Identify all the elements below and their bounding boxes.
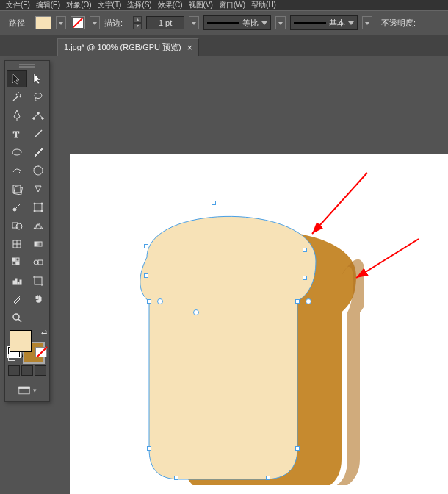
- width-tool[interactable]: [7, 198, 27, 216]
- zoom-tool[interactable]: [7, 309, 27, 326]
- anchor-point[interactable]: [144, 273, 148, 278]
- svg-point-15: [34, 210, 35, 212]
- hand-tool[interactable]: [28, 290, 48, 308]
- stroke-weight-value[interactable]: 1 pt: [146, 16, 184, 29]
- screen-mode-button[interactable]: ▾: [7, 382, 48, 398]
- svg-rect-12: [35, 204, 42, 211]
- anchor-point[interactable]: [303, 248, 307, 252]
- curvature-tool[interactable]: [28, 107, 48, 124]
- lasso-tool[interactable]: [28, 88, 48, 106]
- anchor-point[interactable]: [174, 476, 178, 480]
- anchor-point[interactable]: [266, 476, 270, 480]
- stroke-swatch-dropdown[interactable]: [90, 16, 100, 29]
- draw-inside[interactable]: [35, 365, 46, 376]
- column-graph-tool[interactable]: [7, 272, 27, 290]
- direct-selection-tool[interactable]: [28, 70, 48, 87]
- menu-item[interactable]: 效果(C): [158, 0, 183, 10]
- menu-item[interactable]: 对象(O): [66, 0, 91, 10]
- mesh-tool[interactable]: [7, 235, 27, 253]
- artwork-bread[interactable]: [114, 191, 364, 485]
- fill-swatch[interactable]: [35, 16, 51, 29]
- perspective-grid-tool[interactable]: [28, 217, 48, 235]
- swap-fill-stroke-icon[interactable]: ⇄: [41, 329, 47, 337]
- default-fill-stroke-icon[interactable]: [8, 354, 15, 361]
- fill-color-swatch[interactable]: [10, 330, 32, 352]
- line-tool[interactable]: [28, 125, 48, 143]
- stroke-label: 描边:: [104, 18, 123, 29]
- svg-point-5: [37, 112, 40, 115]
- svg-rect-31: [18, 282, 19, 284]
- menu-item[interactable]: 选择(S): [127, 0, 151, 10]
- path-pivot[interactable]: [306, 298, 311, 304]
- free-transform-tool[interactable]: [28, 198, 48, 216]
- blend-tool[interactable]: [28, 254, 48, 271]
- panel-grip[interactable]: [5, 61, 49, 68]
- magic-wand-tool[interactable]: [7, 88, 27, 106]
- brush-dropdown[interactable]: [362, 16, 372, 29]
- artboard[interactable]: [70, 154, 448, 494]
- anchor-point[interactable]: [295, 446, 300, 451]
- variable-width-profile[interactable]: 等比: [203, 15, 271, 30]
- svg-point-8: [12, 149, 21, 155]
- anchor-point[interactable]: [212, 201, 216, 205]
- svg-point-13: [34, 203, 35, 204]
- bread-front-shape[interactable]: [140, 216, 316, 479]
- rectangle-tool[interactable]: [7, 143, 27, 161]
- stroke-weight-dropdown[interactable]: [189, 16, 199, 29]
- menu-item[interactable]: 视图(V): [189, 0, 213, 10]
- svg-point-3: [33, 118, 35, 120]
- svg-rect-23: [12, 258, 15, 261]
- shaper-tool[interactable]: [7, 162, 27, 179]
- fill-swatch-dropdown[interactable]: [56, 16, 66, 29]
- menu-bar[interactable]: 文件(F) 编辑(E) 对象(O) 文字(T) 选择(S) 效果(C) 视图(V…: [0, 0, 448, 10]
- anchor-point[interactable]: [147, 446, 151, 451]
- stroke-weight-spinner[interactable]: ▴▾: [133, 16, 142, 29]
- scale-tool[interactable]: [28, 180, 48, 198]
- document-tab-title: 1.jpg* @ 100% (RGB/GPU 预览): [64, 42, 181, 53]
- anchor-point[interactable]: [147, 299, 151, 304]
- artboard-tool[interactable]: [28, 272, 48, 290]
- svg-rect-10: [14, 187, 23, 195]
- stroke-swatch[interactable]: [71, 16, 85, 29]
- svg-rect-29: [13, 281, 15, 284]
- draw-behind[interactable]: [21, 365, 33, 376]
- eyedropper-grid-tool[interactable]: [7, 254, 27, 271]
- type-tool[interactable]: T: [7, 125, 27, 143]
- menu-item[interactable]: 帮助(H): [251, 0, 276, 10]
- draw-normal[interactable]: [8, 365, 20, 376]
- svg-rect-22: [35, 242, 42, 246]
- svg-point-4: [42, 118, 44, 120]
- close-tab-icon[interactable]: ×: [187, 43, 192, 53]
- color-mode-none[interactable]: [35, 347, 47, 357]
- menu-item[interactable]: 文字(T): [98, 0, 122, 10]
- svg-rect-33: [35, 277, 42, 284]
- svg-rect-17: [12, 223, 18, 228]
- path-pivot[interactable]: [157, 298, 163, 304]
- svg-rect-28: [38, 260, 43, 265]
- pen-tool[interactable]: [7, 107, 27, 124]
- gradient-tool[interactable]: [28, 235, 48, 253]
- svg-rect-24: [16, 258, 19, 261]
- svg-line-1: [356, 239, 419, 278]
- eraser-tool[interactable]: [28, 162, 48, 179]
- document-tab[interactable]: 1.jpg* @ 100% (RGB/GPU 预览) ×: [57, 38, 199, 56]
- anchor-point[interactable]: [295, 299, 300, 304]
- selection-tool[interactable]: [7, 70, 27, 87]
- shape-builder-tool[interactable]: [7, 217, 27, 235]
- empty-tool-slot: [28, 309, 48, 326]
- brush-definition[interactable]: 基本: [290, 15, 358, 30]
- anchor-point[interactable]: [144, 244, 148, 248]
- svg-rect-32: [20, 280, 21, 284]
- menu-item[interactable]: 编辑(E): [36, 0, 60, 10]
- svg-rect-26: [16, 262, 19, 265]
- eyedropper-tool[interactable]: [7, 290, 27, 308]
- paintbrush-tool[interactable]: [28, 143, 48, 161]
- svg-text:T: T: [13, 129, 19, 140]
- rotate-tool[interactable]: [7, 180, 27, 198]
- anchor-point[interactable]: [303, 276, 307, 280]
- center-point[interactable]: [193, 309, 199, 315]
- menu-item[interactable]: 窗口(W): [219, 0, 245, 10]
- profile-dropdown[interactable]: [275, 16, 286, 29]
- svg-rect-41: [19, 387, 29, 388]
- menu-item[interactable]: 文件(F): [6, 0, 30, 10]
